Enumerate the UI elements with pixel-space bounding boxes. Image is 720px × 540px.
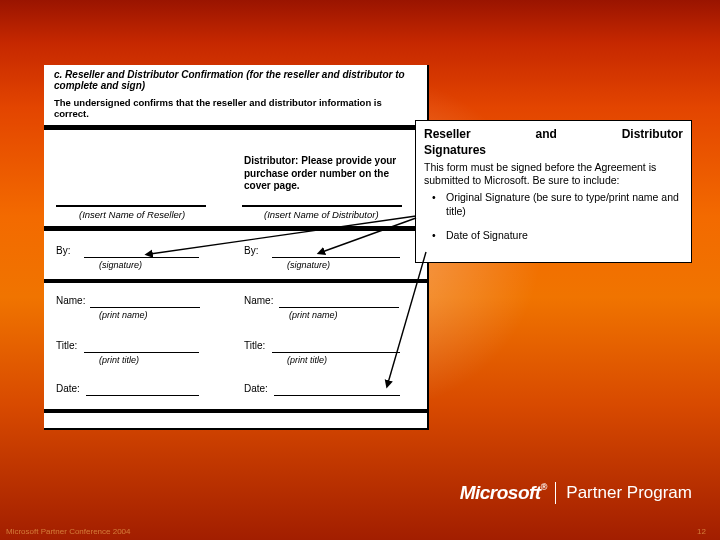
form-document: c. Reseller and Distributor Confirmation… [44,65,429,430]
callout-bullet-list: Original Signature (be sure to type/prin… [424,191,683,252]
distributor-name-line [242,205,402,207]
form-section-heading: c. Reseller and Distributor Confirmation… [44,65,427,93]
line-date-distributor [274,395,400,396]
label-name-reseller: Name: [56,295,85,306]
callout-title-line1: Reseller and Distributor [424,127,683,143]
footer-page-number: 12 [697,527,706,536]
label-date-distributor: Date: [244,383,268,394]
line-title-distributor [272,352,400,353]
label-title-reseller: Title: [56,340,77,351]
distributor-note: Distributor: Please provide your purchas… [244,155,414,193]
label-by-reseller: By: [56,245,70,256]
line-by-reseller [84,257,199,258]
hint-printname-distributor: (print name) [289,310,338,320]
hint-signature-reseller: (signature) [99,260,142,270]
partner-program-text: Partner Program [566,483,692,503]
divider-bar [44,279,427,283]
line-by-distributor [272,257,400,258]
hint-printname-reseller: (print name) [99,310,148,320]
logo-divider [555,482,557,504]
line-title-reseller [84,352,199,353]
line-name-reseller [90,307,200,308]
form-confirmation-text: The undersigned confirms that the resell… [44,93,427,129]
callout-bullet: Date of Signature [446,229,683,253]
microsoft-wordmark: Microsoft® [460,482,547,504]
divider-bar [44,125,427,130]
divider-bar [44,409,427,413]
distributor-name-hint: (Insert Name of Distributor) [264,209,379,220]
label-title-distributor: Title: [244,340,265,351]
reseller-name-hint: (Insert Name of Reseller) [79,209,185,220]
callout-box: Reseller and Distributor Signatures This… [415,120,692,263]
line-name-distributor [279,307,399,308]
label-name-distributor: Name: [244,295,273,306]
label-by-distributor: By: [244,245,258,256]
microsoft-text: Microsoft [460,482,541,503]
hint-printtitle-distributor: (print title) [287,355,327,365]
callout-title-line2: Signatures [424,143,683,161]
label-date-reseller: Date: [56,383,80,394]
callout-bullet: Original Signature (be sure to type/prin… [446,191,683,228]
slide-background: c. Reseller and Distributor Confirmation… [0,0,720,540]
hint-printtitle-reseller: (print title) [99,355,139,365]
callout-body: This form must be signed before the Agre… [424,161,683,191]
reseller-name-line [56,205,206,207]
line-date-reseller [86,395,199,396]
divider-bar [44,226,427,231]
footer-conference: Microsoft Partner Conference 2004 [6,527,131,536]
registered-mark: ® [541,482,547,492]
hint-signature-distributor: (signature) [287,260,330,270]
microsoft-partner-logo: Microsoft® Partner Program [460,482,692,504]
